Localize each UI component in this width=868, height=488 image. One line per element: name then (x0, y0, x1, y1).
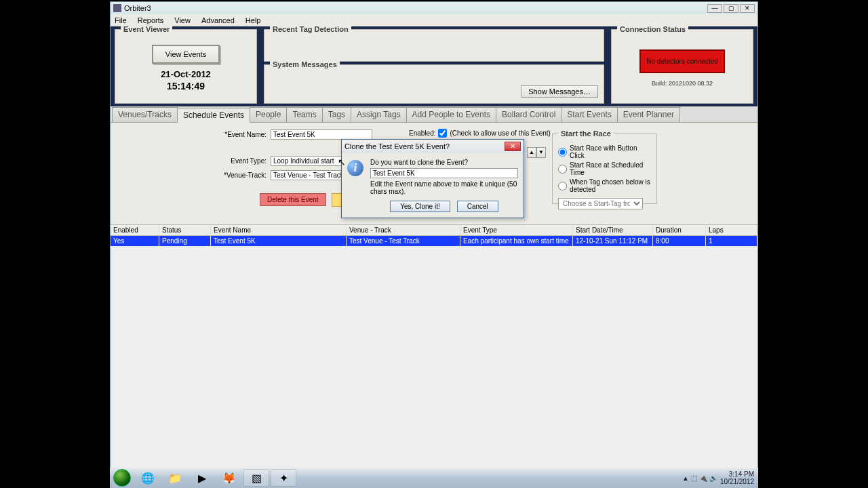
dialog-hint: Edit the Event name above to make it uni… (370, 180, 518, 195)
delete-event-button[interactable]: Delete this Event (260, 193, 326, 206)
titlebar[interactable]: Orbiter3 — ▢ ✕ (111, 2, 757, 14)
event-viewer-pane: Event Viewer View Events 21-Oct-2012 15:… (115, 29, 257, 104)
col-laps[interactable]: Laps (706, 225, 757, 235)
event-type-label: Event Type: (219, 157, 267, 165)
ie-icon[interactable]: 🌐 (135, 469, 161, 487)
dialog-titlebar[interactable]: Clone the Test Event 5K Event? ✕ (342, 140, 524, 153)
col-enabled[interactable]: Enabled (111, 225, 159, 235)
tab-people[interactable]: People (250, 107, 287, 122)
menu-view[interactable]: View (172, 16, 193, 24)
event-name-input[interactable] (271, 129, 372, 140)
venue-track-select[interactable] (271, 170, 345, 180)
explorer-icon[interactable]: 📁 (162, 469, 188, 487)
firefox-icon[interactable]: 🦊 (216, 469, 242, 487)
enabled-checkbox[interactable] (438, 129, 447, 138)
taskbar-app1[interactable]: ▧ (243, 469, 269, 487)
tab-tags[interactable]: Tags (322, 107, 351, 122)
tab-start-events[interactable]: Start Events (561, 107, 617, 122)
spin-up-icon[interactable]: ▲ (527, 147, 536, 158)
event-viewer-legend: Event Viewer (121, 25, 172, 33)
event-name-label: *Event Name: (219, 131, 267, 138)
event-viewer-date: 21-Oct-2012 (161, 69, 211, 79)
tray-flag-icon[interactable]: ▲ (682, 474, 689, 482)
top-panes: Event Viewer View Events 21-Oct-2012 15:… (111, 26, 757, 106)
taskbar[interactable]: 🌐 📁 ▶ 🦊 ▧ ✦ ▲ ⬚ 🔌 🔊 3:14 PM 10/21/2012 (110, 468, 758, 488)
tab-add-people-to-events[interactable]: Add People to Events (406, 107, 496, 122)
tabstrip: Venues/TracksSchedule EventsPeopleTeamsT… (111, 106, 757, 123)
tab-bollard-control[interactable]: Bollard Control (496, 107, 561, 122)
menu-advanced[interactable]: Advanced (199, 16, 237, 24)
tab-teams[interactable]: Teams (286, 107, 322, 122)
tray-network-icon[interactable]: 🔌 (699, 474, 707, 482)
clone-name-input[interactable] (370, 168, 518, 178)
recent-tag-pane: Recent Tag Detection (264, 29, 604, 62)
show-messages-button[interactable]: Show Messages… (521, 85, 598, 98)
venue-track-label: *Venue-Track: (219, 171, 267, 179)
app-title: Orbiter3 (124, 4, 151, 12)
close-button[interactable]: ✕ (740, 4, 755, 13)
start-race-tag-radio[interactable] (558, 182, 567, 190)
tab-event-planner[interactable]: Event Planner (617, 107, 680, 122)
col-event-name[interactable]: Event Name (211, 225, 347, 235)
tray-clock[interactable]: 3:14 PM 10/21/2012 (720, 470, 754, 485)
start-tag-select[interactable]: Choose a Start-Tag from this List (558, 198, 643, 209)
col-event-type[interactable]: Event Type (460, 225, 573, 235)
menu-reports[interactable]: Reports (135, 16, 167, 24)
view-events-button[interactable]: View Events (152, 45, 220, 64)
col-venue[interactable]: Venue - Track (347, 225, 460, 235)
start-button[interactable] (110, 468, 134, 488)
no-detectors-badge: No detectors connected (639, 49, 725, 73)
spin-down-icon[interactable]: ▼ (536, 147, 546, 158)
event-type-select[interactable] (271, 156, 345, 166)
enabled-label: Enabled: (409, 129, 435, 137)
start-race-pane: Start the Race Start Race with Button Cl… (552, 134, 657, 204)
event-viewer-time: 15:14:49 (167, 81, 205, 92)
menu-help[interactable]: Help (243, 16, 264, 24)
system-messages-legend: System Messages (270, 60, 340, 68)
col-status[interactable]: Status (159, 225, 211, 235)
system-messages-pane: System Messages Show Messages… (264, 64, 604, 104)
start-race-opt2-label: Start Race at Scheduled Time (570, 161, 651, 176)
connection-status-legend: Connection Status (617, 25, 688, 33)
events-grid-header: Enabled Status Event Name Venue - Track … (111, 224, 757, 236)
dialog-close-button[interactable]: ✕ (505, 142, 521, 151)
col-duration[interactable]: Duration (653, 225, 706, 235)
clone-event-dialog: Clone the Test Event 5K Event? ✕ i Do yo… (341, 139, 524, 218)
menu-file[interactable]: File (112, 16, 130, 24)
tray-volume-icon[interactable]: 🔊 (709, 474, 717, 482)
start-race-opt3-label: When Tag chosen below is detected (570, 178, 651, 193)
build-text: Build: 20121020 08.32 (652, 80, 713, 87)
enabled-hint: (Check to allow use of this Event) (450, 129, 550, 137)
maximize-button[interactable]: ▢ (724, 4, 738, 13)
events-grid-empty (111, 246, 757, 474)
dialog-question: Do you want to clone the Event? (370, 159, 518, 166)
app-icon (113, 4, 121, 12)
col-start[interactable]: Start Date/Time (573, 225, 653, 235)
clone-cancel-button[interactable]: Cancel (457, 201, 498, 212)
media-player-icon[interactable]: ▶ (189, 469, 215, 487)
start-race-button-radio[interactable] (558, 148, 567, 157)
start-race-scheduled-radio[interactable] (558, 165, 567, 174)
clone-yes-button[interactable]: Yes, Clone it! (390, 201, 450, 212)
info-icon: i (347, 160, 363, 176)
app-window: Orbiter3 — ▢ ✕ File Reports View Advance… (110, 1, 758, 474)
tab-venues-tracks[interactable]: Venues/Tracks (112, 107, 178, 122)
minimize-button[interactable]: — (707, 4, 722, 13)
recent-tag-legend: Recent Tag Detection (270, 25, 351, 33)
events-grid-row[interactable]: Yes Pending Test Event 5K Test Venue - T… (111, 236, 757, 246)
start-race-opt1-label: Start Race with Button Click (570, 144, 651, 159)
tab-assign-tags[interactable]: Assign Tags (351, 107, 406, 122)
taskbar-app2[interactable]: ✦ (271, 469, 296, 487)
tab-schedule-events[interactable]: Schedule Events (177, 108, 250, 123)
dialog-title: Clone the Test Event 5K Event? (344, 142, 450, 150)
connection-status-pane: Connection Status No detectors connected… (611, 29, 753, 104)
tray-app-icon[interactable]: ⬚ (691, 474, 697, 482)
start-race-legend: Start the Race (558, 129, 614, 138)
